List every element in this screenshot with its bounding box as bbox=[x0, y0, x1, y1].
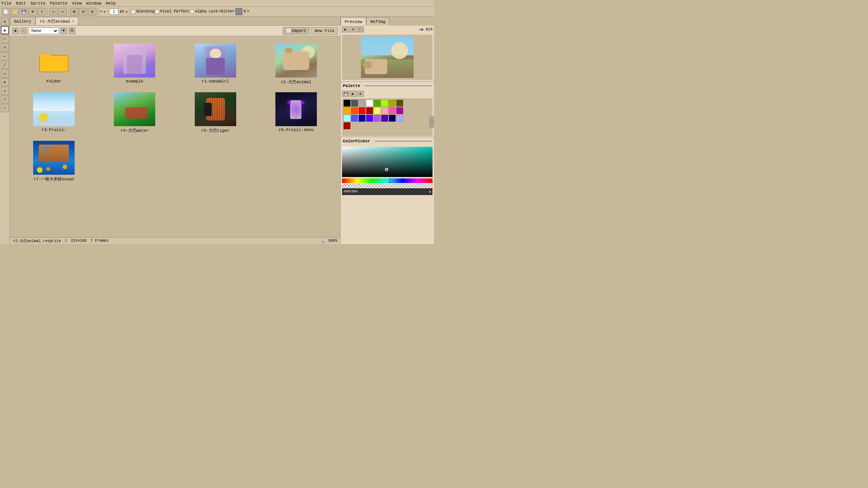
redo-btn[interactable]: ↪ bbox=[58, 8, 67, 15]
color-swatch-11[interactable] bbox=[366, 107, 373, 114]
tab-close-icon[interactable]: ✕ bbox=[72, 19, 74, 23]
color-swatch-10[interactable] bbox=[359, 107, 365, 114]
grid-btn[interactable]: ⊞ bbox=[70, 8, 78, 15]
brush-size-input[interactable]: 1 bbox=[109, 9, 118, 15]
arrow-left[interactable]: ◂ bbox=[103, 9, 105, 14]
new-file-btn[interactable]: 📄 bbox=[2, 8, 10, 15]
right-panel-toggle[interactable]: › bbox=[429, 116, 434, 128]
tab-preview[interactable]: Preview bbox=[341, 17, 366, 26]
dither-label: <Dither bbox=[219, 9, 234, 14]
gallery-item-r3[interactable]: r3-Fruiii- bbox=[17, 92, 90, 133]
color-swatch-16[interactable] bbox=[344, 115, 350, 122]
r4-label: r4-大巴water bbox=[121, 128, 149, 133]
tab-active-file[interactable]: r2-大巴animal ✕ bbox=[35, 17, 78, 25]
color-swatch-14[interactable] bbox=[389, 107, 396, 114]
tilemap-btn[interactable]: ⊟ bbox=[79, 8, 87, 15]
export-btn[interactable]: ⬆ bbox=[38, 8, 46, 15]
menu-file[interactable]: File bbox=[2, 1, 11, 6]
menu-view[interactable]: View bbox=[72, 1, 82, 6]
color-swatch-19[interactable] bbox=[366, 115, 373, 122]
preview-image bbox=[361, 37, 414, 78]
color-swatch-0[interactable] bbox=[344, 100, 350, 107]
nav-sort-icon[interactable]: ↕ bbox=[20, 27, 27, 34]
menu-palette[interactable]: Palette bbox=[50, 1, 67, 6]
color-swatch-2[interactable] bbox=[359, 100, 365, 107]
pixel-perfect-checkbox[interactable] bbox=[155, 10, 159, 14]
fullscreen-btn[interactable]: ⛶ bbox=[357, 26, 364, 32]
tool-select-rect[interactable]: ▣ bbox=[1, 26, 9, 34]
gallery-item-example[interactable]: example bbox=[98, 44, 171, 85]
tool-line[interactable]: ╱ bbox=[1, 61, 9, 69]
r6-thumb bbox=[275, 92, 317, 126]
color-swatch-17[interactable] bbox=[351, 115, 358, 122]
color-swatch-18[interactable] bbox=[359, 115, 365, 122]
tab-refimg[interactable]: RefImg bbox=[366, 17, 390, 26]
tool-ellipse-shape[interactable]: ○ bbox=[1, 104, 9, 112]
gallery-item-r2[interactable]: r2-大巴animal bbox=[260, 44, 333, 85]
gallery-item-r7[interactable]: r7-一根大米粉ocean bbox=[17, 141, 90, 182]
color-swatch-5[interactable] bbox=[381, 100, 388, 107]
color-swatch-24[interactable] bbox=[344, 122, 350, 129]
palette-settings-btn[interactable]: ⚙ bbox=[357, 91, 364, 97]
color-swatch-9[interactable] bbox=[351, 107, 358, 114]
color-swatch-7[interactable] bbox=[396, 100, 403, 107]
tool-eyedropper[interactable]: ✦ bbox=[1, 87, 9, 95]
status-filename: r2-大巴animal.resprite bbox=[13, 238, 61, 244]
menu-help[interactable]: Help bbox=[106, 1, 116, 6]
color-swatch-13[interactable] bbox=[381, 107, 388, 114]
menu-edit[interactable]: Edit bbox=[16, 1, 26, 6]
checker-btn[interactable]: ⊡ bbox=[88, 8, 96, 15]
save-btn[interactable]: 💾 bbox=[20, 8, 28, 15]
sort-dropdown-btn[interactable]: ▼ bbox=[60, 27, 67, 34]
play-btn[interactable]: ▶ bbox=[342, 26, 349, 32]
alpha-lock-checkbox[interactable] bbox=[190, 10, 194, 14]
hue-bar[interactable] bbox=[342, 178, 432, 183]
list-view-btn[interactable]: ☰ bbox=[69, 27, 75, 34]
color-swatch-4[interactable] bbox=[374, 100, 381, 107]
menu-sprite[interactable]: Sprite bbox=[31, 1, 46, 6]
gallery-item-folder[interactable]: Folder bbox=[17, 44, 90, 85]
undo-btn[interactable]: ↩ bbox=[49, 8, 58, 15]
gallery-item-r1[interactable]: r1-nanaGirl bbox=[179, 44, 252, 85]
gallery-item-r6[interactable]: r6-Fruiii-shou bbox=[260, 92, 333, 133]
tab-gallery[interactable]: Gallery bbox=[10, 17, 35, 25]
color-swatch-23[interactable] bbox=[396, 115, 403, 122]
palette-save-btn[interactable]: 💾 bbox=[342, 91, 349, 97]
gallery-tab-bar: Gallery r2-大巴animal ✕ bbox=[10, 17, 340, 26]
color-swatch-21[interactable] bbox=[381, 115, 388, 122]
color-swatch-6[interactable] bbox=[389, 100, 396, 107]
gallery-item-r4[interactable]: r4-大巴water bbox=[98, 92, 171, 133]
gallery-content[interactable]: Folder example bbox=[10, 36, 340, 237]
color-swatch-20[interactable] bbox=[374, 115, 381, 122]
new-file-gallery-btn[interactable]: New File bbox=[311, 27, 338, 35]
color-swatch-22[interactable] bbox=[389, 115, 396, 122]
tool-pen[interactable]: ✏ bbox=[1, 52, 9, 60]
colorpicker-gradient[interactable] bbox=[342, 147, 432, 177]
color-swatch-1[interactable] bbox=[351, 100, 358, 107]
settings-btn[interactable]: ⚙ bbox=[29, 8, 37, 15]
tool-move[interactable]: ✥ bbox=[1, 17, 9, 26]
palette-colors bbox=[342, 98, 432, 136]
open-file-btn[interactable]: 📂 bbox=[11, 8, 19, 15]
palette-export-btn[interactable]: ▶ bbox=[350, 91, 356, 97]
color-swatch-12[interactable] bbox=[374, 107, 381, 114]
frame-grid-btn[interactable]: ⊞ bbox=[350, 26, 356, 32]
nav-up-btn[interactable]: ▲ bbox=[12, 27, 19, 34]
blending-checkbox[interactable] bbox=[131, 10, 135, 14]
gallery-item-r5[interactable]: r5-大巴tiger bbox=[179, 92, 252, 133]
tool-fill[interactable]: ▼ bbox=[1, 78, 9, 86]
tool-lasso[interactable]: ⌾ bbox=[1, 43, 9, 52]
color-swatch-15[interactable] bbox=[396, 107, 403, 114]
arrow-right[interactable]: ▸ bbox=[126, 9, 128, 14]
hue-cursor bbox=[389, 178, 391, 183]
import-btn[interactable]: ⬜ Import bbox=[283, 27, 310, 35]
tool-rect-shape[interactable]: □ bbox=[1, 95, 9, 104]
alpha-bar[interactable] bbox=[342, 184, 432, 188]
color-swatch-3[interactable] bbox=[366, 100, 373, 107]
sort-select[interactable]: Name bbox=[29, 27, 59, 34]
hex-settings-icon[interactable]: ⚙ bbox=[429, 190, 431, 194]
menu-window[interactable]: Window bbox=[86, 1, 101, 6]
tool-eraser[interactable]: ▭ bbox=[1, 69, 9, 78]
tool-select-ellipse[interactable]: ⬭ bbox=[1, 35, 9, 43]
color-swatch-8[interactable] bbox=[344, 107, 350, 114]
